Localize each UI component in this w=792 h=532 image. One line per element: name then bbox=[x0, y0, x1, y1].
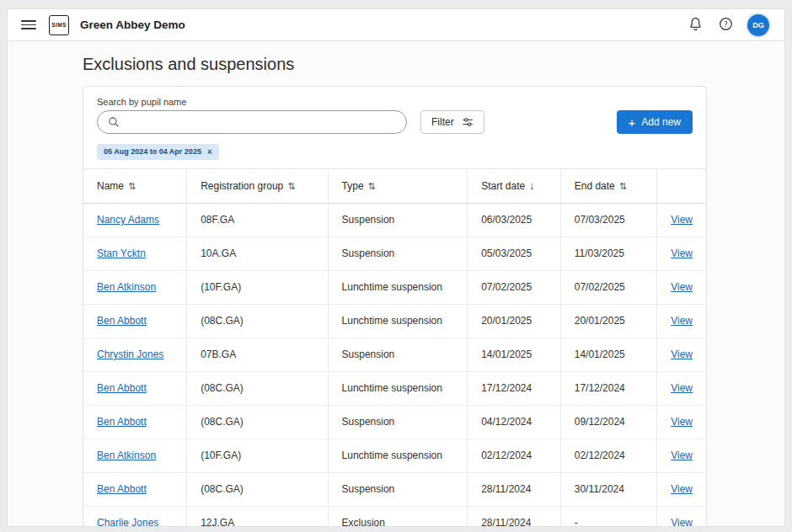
table-header: Name⇅Registration group⇅Type⇅Start date↓… bbox=[83, 168, 706, 203]
filter-button[interactable]: Filter bbox=[420, 110, 484, 134]
pupil-name-link[interactable]: Chrystin Jones bbox=[97, 348, 163, 360]
table-row: Ben Abbott(08C.GA)Suspension04/12/202409… bbox=[83, 405, 706, 439]
registration-group-cell: (10F.GA) bbox=[187, 270, 328, 304]
add-new-button[interactable]: + Add new bbox=[617, 110, 693, 134]
sort-desc-icon[interactable]: ↓ bbox=[529, 180, 534, 192]
card-controls: Search by pupil name Filter bbox=[83, 87, 706, 160]
end-date-cell: 11/03/2025 bbox=[560, 237, 656, 270]
type-cell: Suspension bbox=[328, 237, 468, 270]
pupil-name-link[interactable]: Charlie Jones bbox=[97, 517, 158, 526]
type-cell: Suspension bbox=[328, 405, 468, 439]
app-window: SIMS Green Abbey Demo ? DG Exclusions an… bbox=[7, 8, 785, 527]
start-date-cell: 20/01/2025 bbox=[468, 304, 561, 338]
main-content: Exclusions and suspensions Search by pup… bbox=[8, 41, 784, 526]
column-header-name[interactable]: Name⇅ bbox=[83, 168, 187, 203]
menu-button[interactable] bbox=[19, 16, 38, 35]
search-input[interactable] bbox=[126, 115, 396, 129]
table-row: Nancy Adams08F.GASuspension06/03/202507/… bbox=[83, 203, 706, 237]
column-header-start-date[interactable]: Start date↓ bbox=[468, 168, 561, 203]
pupil-name-cell: Ben Abbott bbox=[83, 405, 187, 439]
pupil-name-cell: Charlie Jones bbox=[83, 506, 187, 526]
pupil-name-cell: Ben Atkinson bbox=[83, 439, 187, 472]
pupil-name-link[interactable]: Nancy Adams bbox=[97, 214, 159, 226]
end-date-cell: 09/12/2024 bbox=[560, 405, 656, 439]
column-label: Registration group bbox=[201, 180, 283, 192]
exclusions-table: Name⇅Registration group⇅Type⇅Start date↓… bbox=[83, 168, 706, 527]
pupil-name-link[interactable]: Ben Abbott bbox=[97, 382, 147, 394]
pupil-name-link[interactable]: Ben Atkinson bbox=[97, 281, 156, 293]
registration-group-cell: (08C.GA) bbox=[187, 405, 328, 439]
start-date-cell: 06/03/2025 bbox=[468, 203, 561, 237]
end-date-cell: 07/03/2025 bbox=[560, 203, 656, 237]
view-link[interactable]: View bbox=[671, 348, 693, 360]
help-button[interactable]: ? bbox=[717, 15, 735, 35]
pupil-name-cell: Nancy Adams bbox=[83, 203, 187, 237]
svg-text:?: ? bbox=[724, 19, 728, 28]
type-cell: Lunchtime suspension bbox=[328, 371, 468, 405]
start-date-cell: 14/01/2025 bbox=[468, 338, 561, 371]
view-cell: View bbox=[657, 338, 706, 371]
plus-icon: + bbox=[629, 116, 636, 129]
sort-icon[interactable]: ⇅ bbox=[287, 181, 295, 191]
end-date-cell: 30/11/2024 bbox=[560, 472, 656, 506]
bell-icon bbox=[688, 17, 703, 34]
date-filter-chip-label: 05 Aug 2024 to 04 Apr 2025 bbox=[104, 147, 201, 156]
view-link[interactable]: View bbox=[671, 214, 693, 226]
type-cell: Suspension bbox=[328, 338, 468, 371]
end-date-cell: 20/01/2025 bbox=[560, 304, 656, 338]
table-header-row: Name⇅Registration group⇅Type⇅Start date↓… bbox=[83, 168, 706, 203]
start-date-cell: 28/11/2024 bbox=[468, 472, 561, 506]
type-cell: Lunchtime suspension bbox=[328, 304, 468, 338]
view-link[interactable]: View bbox=[671, 416, 693, 428]
type-cell: Exclusion bbox=[328, 506, 468, 526]
search-label: Search by pupil name bbox=[97, 97, 693, 107]
end-date-cell: 07/02/2025 bbox=[560, 270, 656, 304]
pupil-name-link[interactable]: Stan Ycktn bbox=[97, 247, 146, 259]
start-date-cell: 02/12/2024 bbox=[468, 439, 561, 472]
view-link[interactable]: View bbox=[671, 450, 693, 461]
sort-icon[interactable]: ⇅ bbox=[619, 181, 627, 191]
sort-icon[interactable]: ⇅ bbox=[368, 181, 376, 191]
pupil-name-link[interactable]: Ben Abbott bbox=[97, 315, 147, 327]
chip-close-icon[interactable]: × bbox=[207, 147, 212, 157]
filter-icon bbox=[462, 116, 474, 128]
view-link[interactable]: View bbox=[671, 382, 693, 394]
pupil-name-cell: Ben Abbott bbox=[83, 304, 187, 338]
topbar-actions: ? DG bbox=[687, 14, 773, 36]
table-row: Chrystin Jones07B.GASuspension14/01/2025… bbox=[83, 338, 706, 371]
avatar[interactable]: DG bbox=[747, 14, 769, 36]
column-header-type[interactable]: Type⇅ bbox=[328, 168, 468, 203]
column-header-end-date[interactable]: End date⇅ bbox=[560, 168, 656, 203]
pupil-name-link[interactable]: Ben Abbott bbox=[97, 416, 147, 428]
column-label: End date bbox=[575, 180, 615, 192]
add-new-label: Add new bbox=[641, 116, 681, 128]
pupil-name-link[interactable]: Ben Atkinson bbox=[97, 450, 156, 461]
registration-group-cell: 08F.GA bbox=[187, 203, 328, 237]
view-cell: View bbox=[657, 405, 706, 439]
view-link[interactable]: View bbox=[671, 247, 693, 259]
view-link[interactable]: View bbox=[671, 483, 693, 495]
sims-logo: SIMS bbox=[49, 15, 69, 35]
exclusions-card: Search by pupil name Filter bbox=[83, 86, 707, 526]
column-label: Type bbox=[342, 180, 364, 192]
table-row: Charlie Jones12J.GAExclusion28/11/2024-V… bbox=[83, 506, 706, 526]
notifications-button[interactable] bbox=[687, 15, 704, 35]
end-date-cell: 14/01/2025 bbox=[560, 338, 656, 371]
view-cell: View bbox=[657, 237, 706, 270]
registration-group-cell: (08C.GA) bbox=[187, 304, 328, 338]
end-date-cell: 17/12/2024 bbox=[560, 371, 656, 405]
search-icon bbox=[108, 116, 120, 128]
view-link[interactable]: View bbox=[671, 517, 693, 526]
view-link[interactable]: View bbox=[671, 315, 693, 327]
view-link[interactable]: View bbox=[671, 281, 693, 293]
registration-group-cell: (08C.GA) bbox=[187, 371, 328, 405]
page-title: Exclusions and suspensions bbox=[83, 55, 784, 74]
registration-group-cell: 12J.GA bbox=[187, 506, 328, 526]
help-icon: ? bbox=[719, 17, 733, 34]
registration-group-cell: 07B.GA bbox=[187, 338, 328, 371]
column-header-registration-group[interactable]: Registration group⇅ bbox=[187, 168, 328, 203]
pupil-name-link[interactable]: Ben Abbott bbox=[97, 483, 147, 495]
date-filter-chip[interactable]: 05 Aug 2024 to 04 Apr 2025 × bbox=[97, 144, 219, 160]
sort-icon[interactable]: ⇅ bbox=[128, 181, 136, 191]
start-date-cell: 05/03/2025 bbox=[468, 237, 561, 270]
